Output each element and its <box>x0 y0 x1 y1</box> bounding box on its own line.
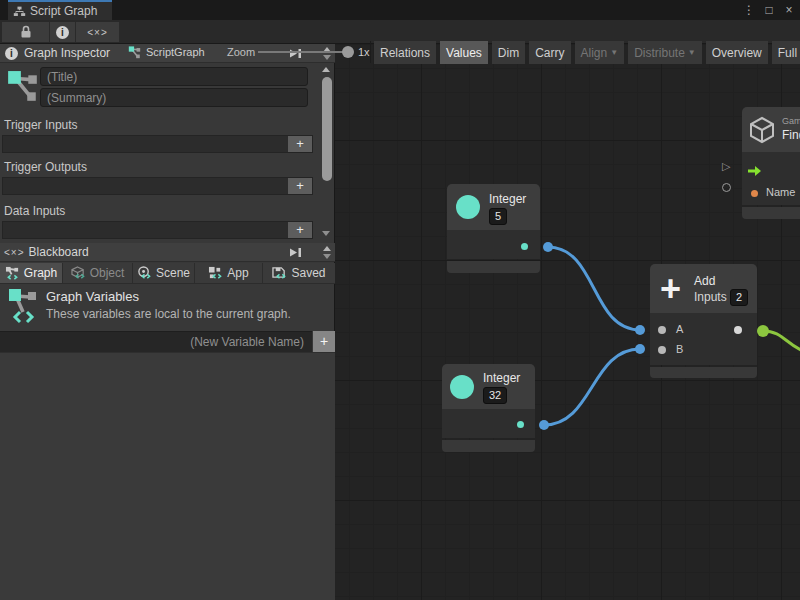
panel-scroll-arrows[interactable] <box>321 246 333 259</box>
trigger-port-outline-icon[interactable]: ▷ <box>722 161 730 172</box>
zoom-slider-track[interactable] <box>258 51 346 53</box>
saved-variables-tab-icon <box>272 266 287 280</box>
graph-inspector-title: Graph Inspector <box>24 46 110 60</box>
dock-icon[interactable] <box>289 48 302 59</box>
window-title-bar: Script Graph ⋮ □ × <box>0 0 800 20</box>
toolbar-left-group: i <×> <box>2 22 120 42</box>
trigger-outputs-label: Trigger Outputs <box>4 160 87 174</box>
app-variables-tab-icon <box>208 266 223 280</box>
integer-type-icon <box>456 195 480 219</box>
scrollbar-up-icon[interactable] <box>322 67 330 72</box>
node-gameobject-find[interactable]: GameObject Find Name <box>742 107 800 219</box>
add-data-input-button[interactable]: + <box>288 222 312 238</box>
trigger-outputs-list: + <box>2 177 313 195</box>
output-port[interactable] <box>517 421 524 428</box>
distribute-label: Distribute <box>634 46 685 60</box>
node-integer-5[interactable]: Integer 5 <box>447 184 540 273</box>
lock-icon <box>20 25 32 39</box>
input-port-b[interactable] <box>658 346 666 354</box>
tab-script-graph[interactable]: Script Graph <box>8 0 112 20</box>
port-name-label: Name <box>766 186 795 198</box>
inputs-value-field[interactable]: 2 <box>730 289 748 306</box>
breadcrumb[interactable]: ScriptGraph <box>128 42 205 62</box>
wire-integer32-to-add-b[interactable] <box>544 349 640 425</box>
port-b-label: B <box>676 343 683 355</box>
graph-summary-input[interactable]: (Summary) <box>40 88 308 107</box>
wire-endpoint <box>543 242 553 252</box>
node-body: Name <box>742 152 800 205</box>
graph-title-input[interactable]: (Title) <box>40 67 308 86</box>
zoom-slider-handle[interactable] <box>342 46 354 58</box>
zoom-label: Zoom <box>227 46 255 58</box>
wire-endpoint <box>635 325 645 335</box>
port-a-label: A <box>676 323 683 335</box>
tab-label: Graph <box>24 266 57 280</box>
wire-integer5-to-add-a[interactable] <box>548 247 640 330</box>
name-input-port[interactable] <box>751 190 758 197</box>
new-variable-input[interactable]: (New Variable Name) <box>0 331 312 352</box>
lock-button[interactable] <box>2 22 50 42</box>
scroll-up-icon[interactable] <box>323 246 331 251</box>
dim-button[interactable]: Dim <box>492 41 525 64</box>
inspector-toggle-button[interactable]: i <box>50 22 76 42</box>
add-trigger-input-button[interactable]: + <box>288 136 312 152</box>
tab-label: Saved <box>291 266 325 280</box>
input-port-a[interactable] <box>658 326 666 334</box>
node-header[interactable]: Integer 32 <box>442 364 535 409</box>
info-icon: i <box>5 47 18 60</box>
tab-object[interactable]: Object <box>63 263 133 283</box>
panel-scroll-arrows[interactable] <box>321 47 333 60</box>
scene-variables-tab-icon <box>137 266 152 280</box>
add-trigger-output-button[interactable]: + <box>288 178 312 194</box>
output-port[interactable] <box>521 243 528 250</box>
chevron-down-icon: ▼ <box>610 48 618 57</box>
code-view-button[interactable]: <×> <box>76 22 120 42</box>
graph-variables-icon <box>8 288 38 324</box>
maximize-icon[interactable]: □ <box>762 3 776 17</box>
tab-saved[interactable]: Saved <box>263 263 335 283</box>
close-icon[interactable]: × <box>782 3 796 17</box>
output-port[interactable] <box>734 326 742 334</box>
node-add[interactable]: + Add Inputs 2 A B <box>650 264 757 378</box>
carry-button[interactable]: Carry <box>529 41 570 64</box>
tab-app[interactable]: App <box>195 263 263 283</box>
info-icon: i <box>56 26 69 39</box>
tab-graph[interactable]: Graph <box>0 263 63 283</box>
window-controls: ⋮ □ × <box>742 3 796 17</box>
values-button[interactable]: Values <box>440 41 488 64</box>
overview-button[interactable]: Overview <box>706 41 768 64</box>
distribute-button[interactable]: Distribute ▼ <box>628 41 702 64</box>
wire-add-output[interactable] <box>763 331 800 351</box>
tab-scene[interactable]: Scene <box>133 263 195 283</box>
integer-value-field[interactable]: 5 <box>489 208 507 225</box>
node-header[interactable]: Integer 5 <box>447 184 540 230</box>
data-inputs-list: + <box>2 221 313 239</box>
tab-label: App <box>227 266 248 280</box>
scrollbar-down-icon[interactable] <box>322 231 330 236</box>
tab-label: Object <box>90 266 125 280</box>
window-menu-icon[interactable]: ⋮ <box>742 3 756 17</box>
integer-value-field[interactable]: 32 <box>483 387 507 404</box>
blackboard-header[interactable]: <×> Blackboard <box>0 243 335 262</box>
node-header[interactable]: GameObject Find <box>742 107 800 152</box>
node-type-label: GameObject <box>782 116 800 126</box>
relations-button[interactable]: Relations <box>374 41 436 64</box>
node-body <box>447 230 540 259</box>
node-header[interactable]: + Add Inputs 2 <box>650 264 757 313</box>
full-screen-button[interactable]: Full Screen <box>772 41 800 64</box>
value-port-outline-icon[interactable] <box>722 183 731 192</box>
node-footer <box>442 440 535 452</box>
node-integer-32[interactable]: Integer 32 <box>442 364 535 452</box>
scroll-down-icon[interactable] <box>323 254 331 259</box>
graph-variables-tab-icon <box>5 266 20 280</box>
scroll-down-icon[interactable] <box>323 55 331 60</box>
align-button[interactable]: Align ▼ <box>575 41 625 64</box>
add-variable-button[interactable]: + <box>313 331 335 352</box>
graph-canvas[interactable]: Integer 5 Integer 32 + Add Inputs 2 A <box>335 44 800 600</box>
cube-icon <box>748 116 776 144</box>
scrollbar-thumb[interactable] <box>322 77 332 181</box>
script-graph-icon <box>128 46 141 59</box>
trigger-input-port[interactable] <box>747 165 763 177</box>
blackboard-empty-area <box>0 352 335 600</box>
dock-icon[interactable] <box>289 247 302 258</box>
